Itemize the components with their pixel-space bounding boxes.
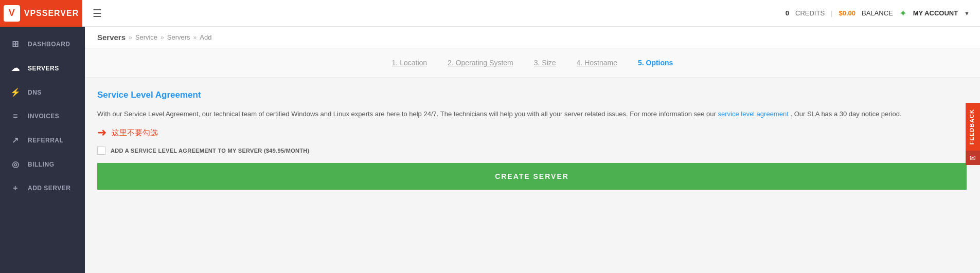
sidebar-item-referral[interactable]: ↗ REFERRAL [0,128,85,152]
account-label[interactable]: MY ACCOUNT [913,9,958,17]
logo-area: V VPSSERVER [0,0,82,27]
logo-text: VPSSERVER [24,9,79,18]
breadcrumb-main: Servers [97,33,126,42]
step-1-num: 1. [392,59,400,67]
step-4-label: Hostname [584,59,617,67]
sidebar-label-billing: BILLING [28,161,55,168]
step-3-label: Size [542,59,556,67]
sidebar-label-referral: REFERRAL [28,137,63,144]
main-layout: ⊞ DASHBOARD ☁ SERVERS ⚡ DNS ≡ INVOICES ↗… [0,27,980,273]
sidebar-item-servers[interactable]: ☁ SERVERS [0,56,85,80]
page-content: Service Level Agreement With our Service… [85,78,980,202]
sidebar-item-dns[interactable]: ⚡ DNS [0,80,85,104]
step-3-num: 3. [534,59,542,67]
invoices-icon: ≡ [10,112,21,121]
balance-amount: $0.00 [839,9,856,17]
sidebar-item-dashboard[interactable]: ⊞ DASHBOARD [0,32,85,56]
breadcrumb-add: Add [200,33,211,41]
sidebar-label-invoices: INVOICES [28,113,59,120]
annotation-text: 这里不要勾选 [112,128,158,138]
dashboard-icon: ⊞ [10,39,21,49]
add-server-icon: + [10,184,21,193]
billing-icon: ◎ [10,159,21,169]
sidebar-label-servers: SERVERS [28,65,59,72]
content-area: Servers » Service » Servers » Add 1. Loc… [85,27,980,273]
sidebar: ⊞ DASHBOARD ☁ SERVERS ⚡ DNS ≡ INVOICES ↗… [0,27,85,273]
sidebar-item-add-server[interactable]: + ADD SERVER [0,176,85,200]
credits-label: CREDITS [795,9,825,17]
step-4-num: 4. [577,59,585,67]
body-suffix: . Our SLA has a 30 day notice period. [790,110,901,118]
breadcrumb: Servers » Service » Servers » Add [85,27,980,48]
breadcrumb-sep-1: » [129,34,132,41]
section-title: Service Level Agreement [97,90,968,100]
feedback-label: FEEDBACK [966,103,980,151]
sidebar-item-billing[interactable]: ◎ BILLING [0,152,85,176]
sidebar-label-dns: DNS [28,89,42,96]
dns-icon: ⚡ [10,87,21,97]
sidebar-item-invoices[interactable]: ≡ INVOICES [0,104,85,128]
logo-icon: V [4,5,20,22]
section-body: With our Service Level Agreement, our te… [97,108,968,120]
steps-bar: 1. Location 2. Operating System 3. Size … [85,48,980,78]
balance-label: BALANCE [862,9,893,17]
chevron-down-icon: ▼ [964,10,970,16]
top-header: V VPSSERVER ☰ 0 CREDITS | $0.00 BALANCE … [0,0,980,27]
header-left: V VPSSERVER ☰ [10,0,102,27]
credits-count: 0 [786,9,789,17]
breadcrumb-servers[interactable]: Servers [167,33,190,41]
arrow-icon: ➜ [97,126,106,139]
step-2-label: Operating System [456,59,513,67]
step-2-num: 2. [448,59,456,67]
step-1-label: Location [400,59,427,67]
sidebar-label-dashboard: DASHBOARD [28,41,70,48]
breadcrumb-service[interactable]: Service [135,33,157,41]
step-hostname[interactable]: 4. Hostname [577,59,617,67]
step-5-num: 5. [638,59,646,67]
checkbox-label: ADD A SERVICE LEVEL AGREEMENT TO MY SERV… [111,148,310,154]
create-server-button[interactable]: CREATE SERVER [97,163,967,190]
breadcrumb-sep-3: » [193,34,197,41]
sidebar-label-add-server: ADD SERVER [28,185,70,192]
step-5-label: Options [646,59,673,67]
checkbox-row: ADD A SERVICE LEVEL AGREEMENT TO MY SERV… [97,147,968,155]
step-size[interactable]: 3. Size [534,59,556,67]
gear-icon: ✦ [899,8,907,19]
sla-link[interactable]: service level agreement [718,110,788,118]
feedback-tab[interactable]: FEEDBACK ✉ [966,103,980,165]
step-options: 5. Options [638,59,673,67]
step-location[interactable]: 1. Location [392,59,427,67]
body-text: With our Service Level Agreement, our te… [97,110,716,118]
referral-icon: ↗ [10,135,21,145]
sla-checkbox[interactable] [97,147,105,155]
header-divider: | [831,9,832,17]
feedback-icon: ✉ [966,151,980,165]
breadcrumb-sep-2: » [161,34,164,41]
servers-icon: ☁ [10,63,21,73]
header-right: 0 CREDITS | $0.00 BALANCE ✦ MY ACCOUNT ▼ [786,8,970,19]
step-os[interactable]: 2. Operating System [448,59,513,67]
annotation-row: ➜ 这里不要勾选 [97,126,968,139]
hamburger-button[interactable]: ☰ [93,7,102,20]
